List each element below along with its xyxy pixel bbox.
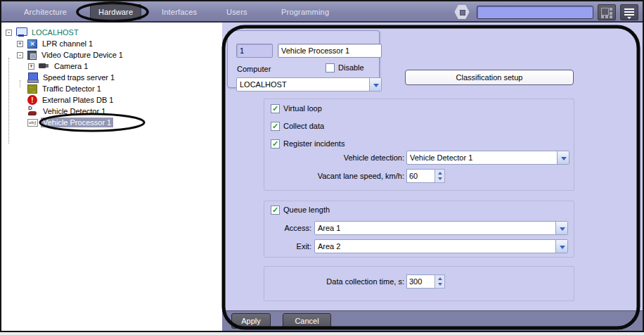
data-collection-time-field[interactable]: 300 (406, 274, 435, 289)
tab-architecture[interactable]: Architecture (24, 8, 67, 16)
virtual-loop-label: Virtual loop (283, 104, 322, 113)
identity-group: 1 Vehicle Processor 1 Computer Disable L… (227, 30, 380, 88)
tree-item-label: Speed traps server 1 (41, 72, 117, 82)
expand-toggle[interactable]: + (17, 41, 23, 47)
collect-data-checkbox[interactable]: ✓ (271, 122, 280, 131)
computer-select-value: LOCALHOST (240, 78, 367, 91)
classification-setup-button[interactable]: Classification setup (405, 70, 574, 85)
expand-toggle[interactable]: + (28, 63, 34, 70)
device-tree: - LOCALHOST + ✕ LPR channel 1 - Video Ca… (1, 23, 222, 331)
collect-data-row: ✓ Collect data (271, 121, 324, 131)
tree-item-label: Video Capture Device 1 (39, 50, 125, 60)
settings-panel: 1 Vehicle Processor 1 Computer Disable L… (222, 23, 643, 331)
disable-label: Disable (338, 63, 364, 72)
exit-label: Exit: (250, 239, 311, 253)
tree-item-label: Traffic Detector 1 (40, 84, 103, 94)
register-incidents-row: ✓ Register incidents (271, 139, 344, 148)
obj-icon: obj (27, 119, 38, 127)
queue-length-row: ✓ Queue length (271, 205, 330, 215)
vehicle-detection-select[interactable]: Vehicle Detector 1 (406, 151, 569, 165)
tree-item-external-plates-db[interactable]: ! External Plates DB 1 (1, 94, 222, 106)
access-value: Area 1 (318, 222, 553, 234)
register-incidents-label: Register incidents (283, 139, 344, 148)
spinner-arrows-icon[interactable] (434, 274, 445, 289)
tree-item-camera[interactable]: + Camera 1 (1, 61, 222, 72)
vacant-lane-speed-field[interactable]: 60 (406, 169, 435, 183)
tree-item-label: LPR channel 1 (40, 39, 95, 49)
chevron-down-icon[interactable] (555, 240, 567, 253)
tree-item-label: External Plates DB 1 (40, 95, 116, 105)
spinner-arrows-icon[interactable] (434, 169, 445, 183)
collapse-toggle[interactable]: - (6, 30, 12, 36)
tab-users[interactable]: Users (226, 8, 247, 16)
tree-item-label: LOCALHOST (30, 27, 81, 37)
vehicle-detection-value: Vehicle Detector 1 (410, 151, 555, 164)
collect-data-label: Collect data (283, 122, 324, 130)
register-incidents-checkbox[interactable]: ✓ (271, 139, 280, 148)
tree-guide-line (20, 80, 20, 87)
panel-footer: Apply Cancel (222, 310, 643, 331)
tree-item-label: Vehicle Detector 1 (41, 106, 108, 116)
disable-checkbox-row: Disable (326, 63, 364, 72)
tree-item-label: Vehicle Processor 1 (41, 118, 113, 127)
vehicle-detection-label: Vehicle detection: (264, 151, 404, 165)
disable-checkbox[interactable] (326, 63, 335, 72)
tree-item-speed-traps-server[interactable]: Speed traps server 1 (1, 72, 222, 83)
tab-interfaces[interactable]: Interfaces (162, 8, 197, 16)
computer-label: Computer (237, 64, 271, 74)
tree-item-vehicle-detector[interactable]: Vehicle Detector 1 (1, 106, 222, 117)
data-collection-time-label: Data collection time, s: (264, 274, 404, 289)
queue-length-label: Queue length (283, 206, 330, 214)
main-menubar: Architecture Hardware Interfaces Users P… (1, 1, 643, 23)
traffic-detector-icon (27, 84, 37, 94)
chevron-down-icon[interactable] (555, 222, 567, 234)
alert-db-icon: ! (27, 95, 37, 105)
collapse-toggle[interactable]: - (17, 52, 23, 58)
exit-select[interactable]: Area 2 (314, 239, 568, 253)
chevron-down-icon[interactable] (369, 78, 381, 91)
tree-item-video-capture-device[interactable]: - Video Capture Device 1 (1, 49, 222, 61)
cancel-button[interactable]: Cancel (283, 313, 331, 329)
computer-select[interactable]: LOCALHOST (236, 77, 382, 91)
queue-length-checkbox[interactable]: ✓ (271, 206, 280, 215)
tree-item-traffic-detector[interactable]: Traffic Detector 1 (1, 83, 222, 94)
tab-hardware[interactable]: Hardware (90, 4, 141, 20)
camera-icon (39, 61, 49, 71)
menu-arrow-icon[interactable] (620, 4, 638, 20)
object-id-field[interactable]: 1 (236, 44, 273, 58)
search-input[interactable] (477, 6, 593, 19)
tree-item-label: Camera 1 (52, 61, 90, 71)
virtual-loop-row: ✓ Virtual loop (271, 103, 322, 113)
object-name-field[interactable]: Vehicle Processor 1 (278, 44, 382, 58)
tree-guide-line (8, 58, 9, 144)
vehicle-detector-icon (27, 106, 38, 116)
server-icon (27, 72, 38, 82)
apply-button[interactable]: Apply (231, 313, 271, 329)
video-capture-device-icon (27, 51, 37, 60)
screen-layouts-icon[interactable] (598, 4, 616, 20)
chevron-down-icon[interactable] (557, 151, 569, 164)
computer-icon (16, 27, 27, 37)
vacant-lane-speed-label: Vacant lane speed, km/h: (264, 169, 404, 183)
tree-item-lpr-channel[interactable]: + ✕ LPR channel 1 (1, 38, 222, 49)
lpr-channel-icon: ✕ (27, 39, 37, 49)
gear-icon[interactable] (454, 4, 470, 20)
app-window: Architecture Hardware Interfaces Users P… (0, 0, 644, 332)
access-select[interactable]: Area 1 (314, 221, 568, 235)
exit-value: Area 2 (318, 240, 553, 253)
tree-item-localhost[interactable]: - LOCALHOST (1, 27, 222, 38)
virtual-loop-checkbox[interactable]: ✓ (271, 104, 280, 113)
tree-item-vehicle-processor[interactable]: obj Vehicle Processor 1 (1, 117, 222, 128)
access-label: Access: (250, 221, 311, 235)
tab-programming[interactable]: Programming (281, 8, 329, 16)
